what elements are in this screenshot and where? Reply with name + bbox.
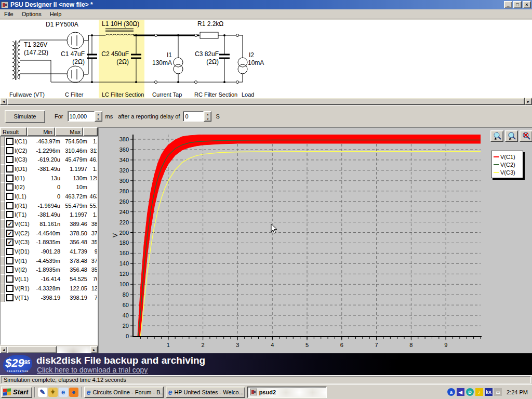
result-checkbox[interactable] — [7, 211, 13, 218]
scroll-left-icon[interactable]: ◄ — [0, 346, 7, 353]
task-button[interactable]: eHP United States - Welco... — [166, 387, 245, 398]
result-checkbox[interactable] — [7, 184, 13, 190]
result-checkbox[interactable]: ✓ — [7, 230, 13, 236]
menu-options[interactable]: Options — [18, 10, 46, 18]
table-row[interactable]: I(C2)-1.2296m310.46m311. — [1, 146, 97, 155]
table-row[interactable]: V(L1)-16.41454.52570. — [1, 274, 97, 284]
result-checkbox[interactable] — [7, 175, 13, 181]
row-handle[interactable] — [1, 284, 5, 293]
row-handle[interactable] — [1, 229, 5, 238]
section-label-fullwave[interactable]: Fullwave (VT) — [9, 91, 45, 98]
result-checkbox[interactable] — [7, 203, 13, 209]
duration-spinner[interactable]: ▲▼ — [95, 111, 102, 122]
zoom-out-button[interactable] — [505, 130, 518, 142]
table-row[interactable]: I(I2)010m — [1, 182, 97, 192]
task-button[interactable]: eCircuits Online - Forum - B... — [84, 387, 164, 398]
section-label-lcfilter[interactable]: LC Filter Section — [102, 91, 144, 98]
duration-input[interactable] — [68, 111, 95, 122]
header-result[interactable]: Result — [0, 127, 27, 136]
row-handle[interactable] — [1, 265, 5, 275]
table-row[interactable]: I(C1)-463.97m754.50m1.2 — [1, 137, 97, 146]
schematic-scrollbar[interactable]: ◄ ► — [0, 98, 532, 105]
row-handle[interactable] — [1, 201, 5, 210]
schematic-view[interactable]: D1 PY500A T1 326V (147.2Ω) C1 47uF (2Ω) … — [0, 20, 532, 98]
row-handle[interactable] — [1, 256, 5, 265]
table-row[interactable]: ✓V(C2)-4.4540m378.50378 — [1, 229, 97, 238]
table-row[interactable]: V(T1)-398.19398.1979 — [1, 293, 97, 302]
section-label-cfilter[interactable]: C Filter — [65, 91, 83, 98]
scroll-right-icon[interactable]: ► — [90, 346, 98, 353]
header-max[interactable]: Max — [55, 127, 83, 136]
result-checkbox[interactable] — [7, 267, 13, 273]
zoom-in-button[interactable] — [490, 130, 503, 142]
scroll-right-icon[interactable]: ► — [525, 98, 532, 105]
result-checkbox[interactable] — [7, 258, 13, 264]
result-checkbox[interactable] — [7, 148, 13, 154]
tray-volume-icon[interactable]: ♪ — [475, 388, 483, 396]
row-handle[interactable] — [1, 210, 5, 220]
table-row[interactable]: I(T1)-381.49u1.19971.2 — [1, 210, 97, 220]
result-checkbox[interactable] — [7, 138, 13, 144]
maximize-button[interactable]: □ — [513, 1, 522, 8]
start-button[interactable]: Start — [1, 387, 32, 398]
scrollbar-thumb[interactable] — [7, 346, 57, 353]
section-label-rcfilter[interactable]: RC Filter Section — [194, 91, 237, 98]
header-min[interactable]: Min — [27, 127, 55, 136]
minimize-button[interactable]: _ — [504, 1, 512, 8]
tray-antivirus-icon[interactable]: a — [447, 388, 455, 396]
tray-daemon-icon[interactable]: D — [466, 388, 474, 396]
table-row[interactable]: V(I1)-4.4539m378.48378 — [1, 256, 97, 265]
zoom-reset-button[interactable] — [520, 130, 532, 142]
row-handle[interactable] — [1, 164, 5, 174]
quicklaunch-paint-icon[interactable]: ✦ — [48, 388, 58, 397]
row-handle[interactable] — [1, 137, 5, 146]
result-checkbox[interactable] — [7, 156, 13, 163]
chart-legend[interactable]: V(C1)V(C2)V(C3) — [491, 151, 523, 178]
result-checkbox[interactable] — [7, 295, 13, 301]
result-checkbox[interactable] — [7, 166, 13, 172]
title-bar[interactable]: PSU Designer II <new file> * _ □ × — [0, 0, 532, 9]
table-row[interactable]: I(D1)-381.49u1.19971.2 — [1, 164, 97, 174]
table-row[interactable]: ✓V(C3)-1.8935m356.48356 — [1, 238, 97, 247]
result-checkbox[interactable] — [7, 276, 13, 282]
result-checkbox[interactable] — [7, 193, 13, 200]
quicklaunch-editor-icon[interactable]: ✎ — [38, 388, 47, 397]
quicklaunch-ie-icon[interactable]: e — [59, 388, 68, 397]
table-row[interactable]: V(D1)-901.2841.73994 — [1, 247, 97, 256]
menu-file[interactable]: File — [0, 10, 18, 18]
quicklaunch-firefox-icon[interactable]: ● — [69, 388, 78, 397]
tray-kx-icon[interactable]: kX — [485, 388, 493, 396]
row-handle[interactable] — [1, 238, 5, 247]
close-button[interactable]: × — [523, 1, 531, 8]
simulate-button[interactable]: Simulate — [5, 110, 45, 123]
table-row[interactable]: V(I2)-1.8935m356.48356 — [1, 265, 97, 275]
table-row[interactable]: I(I1)13u130m129. — [1, 174, 97, 183]
delay-input[interactable] — [183, 111, 204, 122]
section-label-currenttap[interactable]: Current Tap — [152, 91, 182, 98]
table-row[interactable]: ✓V(C1)81.161n389.46389 — [1, 219, 97, 229]
scroll-left-icon[interactable]: ◄ — [0, 98, 7, 105]
task-button[interactable]: psud2 — [247, 387, 327, 398]
result-checkbox[interactable]: ✓ — [7, 221, 13, 227]
row-handle[interactable] — [1, 182, 5, 192]
row-handle[interactable] — [1, 274, 5, 284]
result-checkbox[interactable]: ✓ — [7, 239, 13, 245]
waveform-chart[interactable]: 0204060801001201401601802002202402602803… — [99, 128, 532, 354]
row-handle[interactable] — [1, 174, 5, 183]
table-row[interactable]: V(R1)-4.3328m122.05122 — [1, 284, 97, 293]
ad-banner[interactable]: $2995 REGISTRATION disk2disk File backup… — [0, 353, 532, 375]
header-extra[interactable] — [83, 127, 98, 136]
row-handle[interactable] — [1, 293, 5, 302]
ad-link[interactable]: Click here to download a trial copy — [37, 366, 148, 374]
menu-help[interactable]: Help — [46, 10, 66, 18]
row-handle[interactable] — [1, 247, 5, 256]
result-checkbox[interactable] — [7, 285, 13, 291]
row-handle[interactable] — [1, 155, 5, 164]
table-row[interactable]: I(R1)-1.9694u55.479m55.4 — [1, 201, 97, 210]
row-handle[interactable] — [1, 146, 5, 155]
app-icon[interactable] — [1, 2, 8, 8]
table-row[interactable]: I(L1)0463.72m463. — [1, 192, 97, 201]
tray-messenger-icon[interactable]: ◀ — [457, 388, 464, 396]
table-row[interactable]: I(C3)-619.20u45.479m46.0 — [1, 155, 97, 164]
row-handle[interactable] — [1, 192, 5, 201]
